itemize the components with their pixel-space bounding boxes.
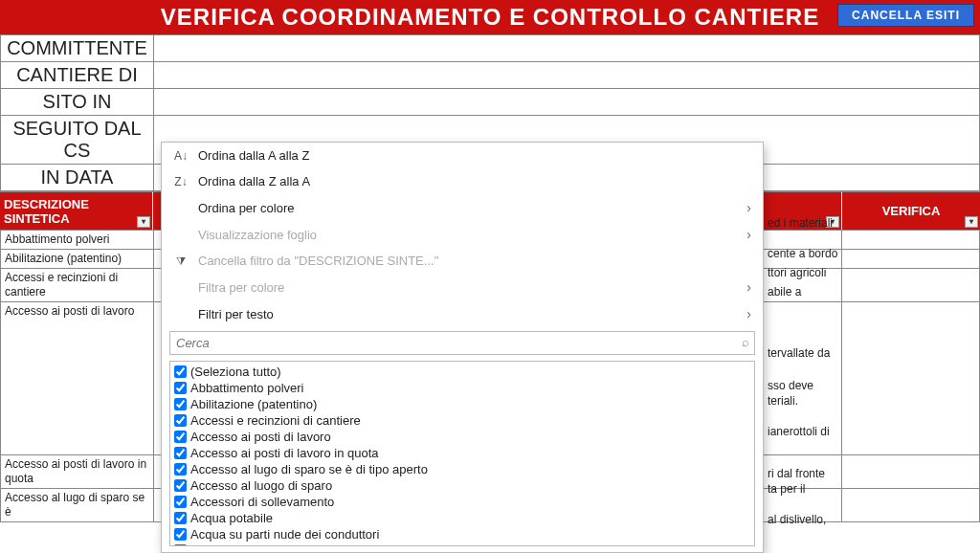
filter-checkbox[interactable] [174, 528, 187, 541]
filter-options-list[interactable]: (Seleziona tutto)Abbattimento polveriAbi… [169, 361, 755, 546]
page-title: VERIFICA COORDINAMENTO E CONTROLLO CANTI… [161, 4, 819, 30]
filter-option[interactable]: Addestramento all'uso dei DPI [174, 542, 750, 546]
text-fragment: sso deve [768, 379, 840, 394]
filter-checkbox[interactable] [174, 431, 187, 443]
text-fragment: ianerottoli di [768, 425, 840, 440]
filter-checkbox[interactable] [174, 398, 187, 410]
filter-option[interactable]: Acqua su parti nude dei conduttori [174, 526, 750, 542]
filter-option[interactable]: Acqua potabile [174, 510, 750, 526]
filter-checkbox[interactable] [174, 544, 187, 546]
sheet-view: Visualizzazione foglio › [162, 221, 763, 248]
filter-option[interactable]: (Seleziona tutto) [174, 364, 750, 380]
filter-option[interactable]: Abilitazione (patentino) [174, 396, 750, 412]
filter-search-input[interactable] [169, 331, 755, 355]
text-fragment: cente a bordo [768, 247, 840, 262]
text-fragment: al dislivello, [768, 513, 840, 528]
chevron-right-icon: › [746, 279, 751, 295]
chevron-right-icon: › [746, 200, 751, 215]
filter-checkbox[interactable] [174, 365, 187, 378]
label-cantiere: CANTIERE DI [1, 62, 154, 89]
label-sito: SITO IN [1, 89, 154, 116]
sort-by-color[interactable]: Ordina per colore › [162, 194, 763, 221]
filter-option[interactable]: Accesso ai posti di lavoro in quota [174, 445, 750, 461]
funnel-clear-icon: ⧩ [173, 254, 189, 268]
filter-option[interactable]: Accesso al luogo di sparo [174, 477, 750, 494]
text-fragment: tervallate da [768, 346, 840, 362]
chevron-right-icon: › [746, 306, 751, 321]
text-filters[interactable]: Filtri per testo › [162, 300, 763, 327]
search-icon: ⌕ [742, 335, 749, 349]
filter-toggle-descrizione[interactable]: ▾ [137, 216, 150, 228]
filter-option[interactable]: Abbattimento polveri [174, 380, 750, 396]
input-sito[interactable] [154, 89, 980, 116]
filter-toggle-verifica[interactable]: ▾ [965, 216, 978, 228]
filter-checkbox[interactable] [174, 414, 187, 427]
filter-by-color: Filtra per colore › [162, 274, 763, 300]
text-fragment: ta per il [768, 482, 840, 498]
text-fragment: teriali. [768, 394, 840, 409]
filter-checkbox[interactable] [174, 479, 187, 492]
label-data: IN DATA [1, 165, 154, 191]
input-cantiere[interactable] [154, 62, 980, 89]
filter-option[interactable]: Accesso ai posti di lavoro [174, 429, 750, 445]
text-fragment: abile a [768, 285, 840, 300]
filter-option[interactable]: Accessori di sollevamento [174, 494, 750, 510]
text-fragment: ed i materiali [768, 216, 840, 232]
sort-az[interactable]: A↓ Ordina dalla A alla Z [162, 143, 763, 168]
filter-checkbox[interactable] [174, 463, 187, 476]
label-committente: COMMITTENTE [1, 35, 154, 62]
filter-checkbox[interactable] [174, 447, 187, 459]
page-title-bar: VERIFICA COORDINAMENTO E CONTROLLO CANTI… [0, 0, 980, 34]
label-seguito: SEGUITO DAL CS [1, 116, 154, 165]
chevron-right-icon: › [746, 227, 751, 242]
text-fragment: ri dal fronte [768, 467, 840, 482]
cancel-results-button[interactable]: CANCELLA ESITI [837, 4, 974, 27]
filter-option[interactable]: Accesso al lugo di sparo se è di tipo ap… [174, 461, 750, 477]
filter-checkbox[interactable] [174, 496, 187, 508]
filter-option[interactable]: Accessi e recinzioni di cantiere [174, 412, 750, 429]
filter-menu: A↓ Ordina dalla A alla Z Z↓ Ordina dalla… [161, 142, 764, 553]
col-header-descrizione: DESCRIZIONE SINTETICA ▾ [0, 192, 153, 230]
text-fragment: ttori agricoli [768, 266, 840, 281]
col-header-verifica: VERIFICA ▾ [842, 192, 980, 230]
sort-za-icon: Z↓ [173, 175, 189, 188]
input-committente[interactable] [154, 35, 980, 62]
filter-checkbox[interactable] [174, 512, 187, 524]
sort-az-icon: A↓ [173, 149, 189, 163]
clear-filter: ⧩ Cancella filtro da "DESCRIZIONE SINTE.… [162, 248, 763, 274]
sort-za[interactable]: Z↓ Ordina dalla Z alla A [162, 168, 763, 194]
filter-checkbox[interactable] [174, 382, 187, 394]
